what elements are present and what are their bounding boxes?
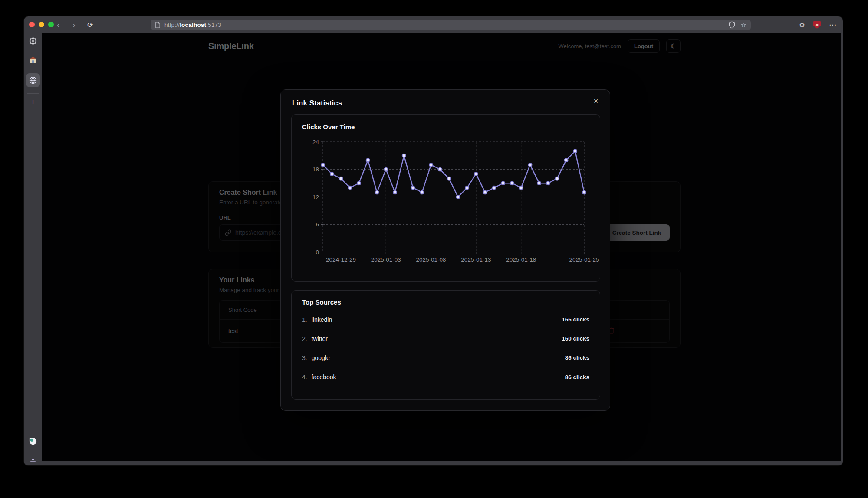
source-row: 4.facebook86 clicks	[302, 367, 589, 387]
url-bar[interactable]: http://localhost:5173 ☆	[151, 20, 751, 30]
svg-text:2024-12-29: 2024-12-29	[326, 256, 356, 263]
extensions-icon[interactable]: ⚙	[799, 22, 805, 28]
gear-icon	[30, 37, 37, 45]
svg-text:0: 0	[316, 249, 319, 256]
back-icon[interactable]: ‹	[57, 16, 60, 33]
dialog-title: Link Statistics	[292, 99, 342, 108]
downloads-icon[interactable]	[30, 456, 36, 463]
source-clicks: 86 clicks	[565, 354, 589, 361]
source-name: linkedin	[312, 316, 332, 323]
new-tab-button[interactable]: +	[30, 97, 35, 107]
browser-toolbar: ‹ › ⟳ http://localhost:5173 ☆ ⚙ UO ⋯	[24, 16, 843, 33]
svg-text:18: 18	[312, 166, 319, 173]
source-name: google	[312, 354, 330, 361]
forward-icon[interactable]: ›	[72, 16, 76, 33]
top-sources-card: Top Sources 1.linkedin166 clicks2.twitte…	[291, 290, 600, 400]
page-icon	[155, 22, 161, 28]
source-row: 3.google86 clicks	[302, 348, 589, 367]
bookmark-star-icon[interactable]: ☆	[741, 22, 746, 28]
source-rank: 3.	[302, 354, 307, 361]
source-rank: 1.	[302, 316, 307, 323]
browser-window: ‹ › ⟳ http://localhost:5173 ☆ ⚙ UO ⋯	[24, 16, 843, 465]
minimize-window-button[interactable]	[39, 22, 44, 27]
window-bottom-frame	[42, 461, 843, 465]
source-rank: 4.	[302, 374, 307, 380]
active-tab-localhost[interactable]	[26, 73, 40, 87]
clicks-over-time-card: Clicks Over Time 061218242024-12-292025-…	[291, 114, 600, 282]
traffic-lights	[29, 22, 54, 27]
svg-text:2025-01-03: 2025-01-03	[371, 256, 401, 263]
url-text: http://localhost:5173	[164, 22, 221, 28]
page-content: SimpleLink Welcome, test@test.com Logout…	[42, 33, 841, 461]
menu-icon[interactable]: ⋯	[829, 20, 837, 29]
profile-logo-icon[interactable]	[29, 437, 37, 445]
chart-title: Clicks Over Time	[302, 123, 589, 131]
source-clicks: 166 clicks	[562, 316, 589, 323]
link-statistics-dialog: Link Statistics × Clicks Over Time 06121…	[280, 89, 610, 411]
reload-icon[interactable]: ⟳	[87, 16, 93, 33]
globe-icon	[29, 76, 37, 84]
svg-text:24: 24	[312, 139, 319, 145]
source-row: 1.linkedin166 clicks	[302, 310, 589, 329]
close-window-button[interactable]	[29, 22, 35, 27]
zoom-window-button[interactable]	[48, 22, 54, 27]
source-rank: 2.	[302, 335, 307, 342]
svg-text:12: 12	[312, 194, 319, 200]
source-clicks: 86 clicks	[565, 374, 589, 380]
tab-sidebar: +	[24, 33, 42, 465]
svg-text:2025-01-25: 2025-01-25	[569, 256, 599, 263]
ublock-icon[interactable]: UO	[813, 21, 821, 29]
settings-tab[interactable]	[30, 37, 37, 45]
close-icon: ×	[594, 97, 598, 105]
sidebar-divider	[27, 93, 39, 94]
svg-text:6: 6	[316, 221, 319, 228]
shield-icon[interactable]	[729, 21, 735, 29]
sources-title: Top Sources	[302, 298, 589, 306]
home-tab[interactable]	[30, 56, 37, 63]
source-name: twitter	[312, 335, 328, 342]
clicks-chart: 061218242024-12-292025-01-032025-01-0820…	[302, 136, 590, 266]
source-name: facebook	[312, 374, 336, 380]
top-sources-list: 1.linkedin166 clicks2.twitter160 clicks3…	[302, 310, 589, 387]
house-icon	[30, 56, 37, 63]
source-row: 2.twitter160 clicks	[302, 329, 589, 348]
svg-text:2025-01-18: 2025-01-18	[506, 256, 536, 263]
source-clicks: 160 clicks	[562, 335, 589, 342]
close-dialog-button[interactable]: ×	[590, 95, 602, 107]
svg-text:2025-01-13: 2025-01-13	[461, 256, 491, 263]
svg-text:2025-01-08: 2025-01-08	[416, 256, 446, 263]
